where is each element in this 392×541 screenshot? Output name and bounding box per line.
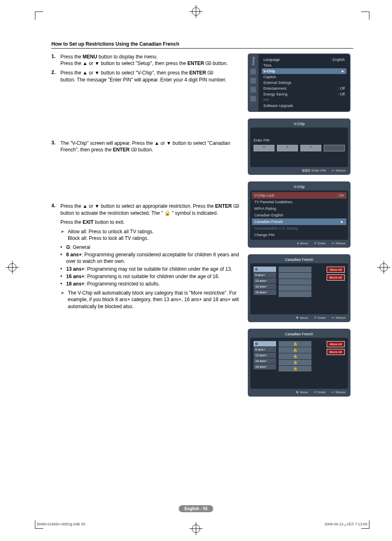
antenna-icon [250,87,256,93]
rating-cell [279,279,311,285]
rating-8ans: 8 ans+ [254,347,276,352]
step-text: The "V-Chip" screen will appear. Press t… [60,140,240,153]
return-icon: ↩ [332,169,334,172]
enter-icon: ⏎ [314,390,317,394]
gear-icon [250,78,256,84]
document-footer: BN68-01669A-00Eng.indb 55 2008-06-13 ¿ÀÈ… [37,522,367,526]
rating-8ans: 8 ans+ [254,272,276,278]
lock-icon: 🔒 [279,353,311,359]
allow-all-button[interactable]: Allow All [327,341,345,347]
enter-pin-label: Enter PIN [254,138,345,142]
rating-13ans: 13 ans+ [254,278,276,283]
osd-enter-pin-panel: V-Chip Enter PIN * * * 0~9Enter PIN ↩Ret… [248,118,350,175]
rating-g: G [254,341,276,346]
step-number: 4. [51,203,60,310]
block-all-button[interactable]: Block All [327,274,345,281]
step-text: Press the ▲ or ▼ button to select an app… [60,203,240,310]
chevron-right-icon: ➣ [60,228,68,241]
lock-icon: 🔒 [279,360,311,365]
enter-icon: ⏎ [314,241,317,245]
doc-timestamp: 2008-06-13 ¿ÀÈÄ 7:13:00 [324,522,367,526]
move-icon: ✥ [296,390,299,394]
osd-setup-panel: Setup Language: English Time V-Chip► Cap… [248,53,350,112]
enter-icon [131,147,137,153]
crop-mark-tl [35,12,43,20]
osd-canadian-french-locked-panel: Canadian French G 8 ans+ 13 ans+ 16 ans+… [248,329,350,397]
osd-vchip-panel: V-Chip V-Chip Lock: On TV Parental Guide… [248,181,350,248]
updown-icon: ♦ [297,241,299,245]
page-content: How to Set up Restrictions Using the Can… [51,41,353,403]
pin-digit: * [300,145,321,151]
input-icon [250,96,256,102]
rating-18ans: 18 ans+ [254,290,276,295]
rating-cell [279,273,311,279]
lock-icon: 🔒 [279,347,311,353]
rating-cell [279,285,311,291]
enter-icon: ⏎ [314,316,317,320]
osd-vchip-selected: V-Chip► [262,68,346,74]
doc-id: BN68-01669A-00Eng.indb 55 [37,522,85,526]
lock-icon: 🔒 [279,366,311,372]
osd-canadian-french-panel: Canadian French G 8 ans+ 13 ans+ 16 ans+… [248,254,350,322]
pin-digit: * [277,145,298,151]
chevron-right-icon: ► [341,69,345,73]
enter-icon [233,203,239,210]
step-text: Press the MENU button to display the men… [60,53,228,67]
lock-icon: 🔒 [279,341,311,347]
rating-16ans: 16 ans+ [254,284,276,289]
step-number: 2. [51,70,60,83]
pin-digit [324,145,345,151]
section-title: How to Set up Restrictions Using the Can… [51,41,353,49]
rating-g: G [254,267,276,272]
setup-tab-label: Setup [251,57,255,65]
right-column: Setup Language: English Time V-Chip► Cap… [248,53,350,403]
chevron-right-icon: ➣ [60,290,68,310]
move-icon: ✥ [296,316,299,320]
rating-18ans: 18 ans+ [254,364,276,369]
registration-mark-top [192,7,200,16]
chevron-right-icon: ► [340,220,344,224]
return-icon: ↩ [332,316,334,320]
rating-cell [279,267,311,272]
return-icon: ↩ [332,241,334,245]
rating-13ans: 13 ans+ [254,353,276,358]
rating-cell [279,291,311,297]
return-icon: ↩ [332,390,334,394]
enter-icon [208,70,213,77]
crop-mark-tr [361,12,369,20]
lock-icon: 🔒 [164,210,171,216]
enter-icon [205,60,211,67]
registration-mark-right [380,263,388,272]
plug-icon [250,69,256,74]
left-column: 1. Press the MENU button to display the … [51,53,240,403]
allow-all-button[interactable]: Allow All [327,267,345,273]
rating-16ans: 16 ans+ [254,358,276,364]
step-number: 1. [51,53,60,67]
registration-mark-left [8,263,16,272]
pin-digit: * [254,145,274,151]
step-number: 3. [51,140,60,153]
page-number-badge: English - 55 [179,505,213,512]
canadian-french-selected: Canadian French► [252,218,346,225]
step-text: Press the ▲ or ▼ button to select "V-Chi… [60,70,226,83]
block-all-button[interactable]: Block All [327,349,345,355]
